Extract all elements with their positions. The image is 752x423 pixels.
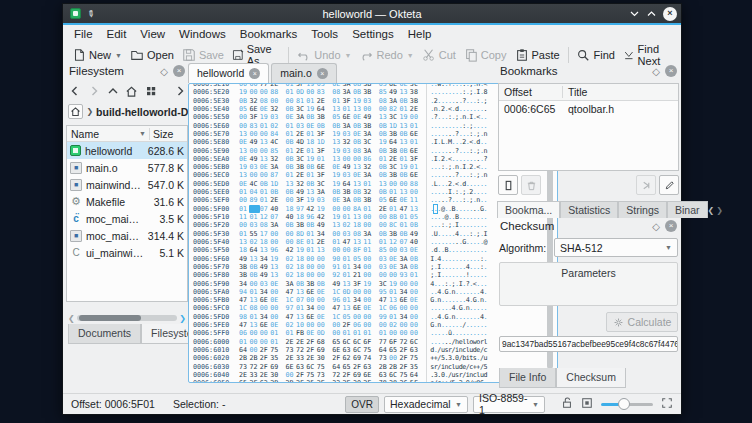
hex-byte[interactable]: 03 <box>343 171 353 179</box>
hex-byte[interactable]: 01 <box>270 329 280 337</box>
hex-byte[interactable]: 0B <box>317 280 327 288</box>
hex-byte[interactable]: 00 <box>317 304 327 312</box>
hex-byte[interactable]: 91 <box>332 263 342 271</box>
hex-byte[interactable]: 00 <box>399 321 409 329</box>
hex-byte[interactable]: 00 <box>389 271 399 279</box>
hex-byte[interactable]: 13 <box>399 188 409 196</box>
hex-row[interactable]: 0006:5E9013000085012E013F1903083A0B3B0B6… <box>191 147 544 155</box>
hex-byte[interactable]: 01 <box>296 304 306 312</box>
hex-byte[interactable]: 07 <box>270 213 280 221</box>
hex-byte[interactable]: 38 <box>389 379 399 382</box>
hex-byte[interactable]: 3B <box>239 263 249 271</box>
zoom-slider[interactable] <box>601 398 653 410</box>
hex-byte[interactable]: 00 <box>363 263 373 271</box>
hex-byte[interactable]: 47 <box>343 238 353 246</box>
hex-byte[interactable]: 2F <box>249 379 259 382</box>
hex-byte[interactable]: 12 <box>389 238 399 246</box>
hex-byte[interactable]: 2E <box>270 196 280 204</box>
hex-byte[interactable]: 3B <box>389 147 399 155</box>
forward-button[interactable] <box>85 83 102 100</box>
hex-byte[interactable]: 4D <box>296 138 306 146</box>
hex-byte[interactable]: 8E <box>296 238 306 246</box>
hex-byte[interactable]: 03 <box>260 280 270 288</box>
hex-byte[interactable]: 0B <box>379 147 389 155</box>
hex-byte[interactable]: 3F <box>296 196 306 204</box>
toolbar-overflow-icon[interactable] <box>171 83 188 100</box>
hex-byte[interactable]: 0B <box>286 105 296 113</box>
hex-byte[interactable]: 18 <box>296 255 306 263</box>
hex-byte[interactable]: 0B <box>399 147 409 155</box>
hex-byte[interactable]: 18 <box>296 271 306 279</box>
hex-row[interactable]: 0006:5F10110112074018964219011300008B010… <box>191 213 544 221</box>
maximize-button[interactable] <box>646 8 657 19</box>
hex-byte[interactable]: 01 <box>343 271 353 279</box>
hex-byte[interactable]: 0D <box>343 288 353 296</box>
hex-byte[interactable]: 0B <box>353 138 363 146</box>
hex-byte[interactable]: 94 <box>239 288 249 296</box>
charset-select[interactable]: ISO-8859-1 ▼ <box>473 396 545 413</box>
hex-byte[interactable]: 00 <box>260 304 270 312</box>
hex-byte[interactable]: 0B <box>306 113 316 121</box>
hex-byte[interactable]: 0E <box>363 304 373 312</box>
hex-byte[interactable]: 01 <box>410 163 420 171</box>
hex-byte[interactable]: 02 <box>270 122 280 130</box>
hex-byte[interactable]: 97 <box>286 304 296 312</box>
hex-byte[interactable]: 6E <box>260 296 270 304</box>
hex-byte[interactable]: 13 <box>332 138 342 146</box>
hex-byte[interactable]: 00 <box>306 88 316 96</box>
hex-byte[interactable]: 47 <box>286 288 296 296</box>
hex-byte[interactable]: 13 <box>379 113 389 121</box>
hex-byte[interactable]: 2F <box>399 354 409 362</box>
hex-byte[interactable]: 01 <box>306 230 316 238</box>
hex-byte[interactable]: 69 <box>270 363 280 371</box>
hex-byte[interactable]: 75 <box>410 354 420 362</box>
menu-item-tools[interactable]: Tools <box>304 26 345 42</box>
hex-byte[interactable]: 00 <box>363 313 373 321</box>
hex-byte[interactable]: 6E <box>317 163 327 171</box>
hex-byte[interactable]: 30 <box>353 379 363 382</box>
hex-byte[interactable]: 01 <box>343 263 353 271</box>
hex-byte[interactable]: 00 <box>363 255 373 263</box>
hex-byte[interactable]: 0B <box>332 188 342 196</box>
hex-byte[interactable]: 0E <box>270 321 280 329</box>
hex-byte[interactable]: 3B <box>363 122 373 130</box>
hex-byte[interactable]: 81 <box>296 97 306 105</box>
hex-byte[interactable]: 19 <box>332 130 342 138</box>
hex-byte[interactable]: 00 <box>260 147 270 155</box>
hex-byte[interactable]: 33 <box>296 354 306 362</box>
hex-byte[interactable]: 00 <box>399 304 409 312</box>
hex-byte[interactable]: 00 <box>410 188 420 196</box>
hex-byte[interactable]: 3A <box>363 130 373 138</box>
hex-byte[interactable]: 01 <box>260 122 270 130</box>
undo-dropdown-icon[interactable]: ▼ <box>345 52 352 59</box>
hex-byte[interactable]: 1C <box>332 313 342 321</box>
new-button[interactable]: New▼ <box>68 45 126 65</box>
hex-row[interactable]: 0006:5F200003083A0B3B0B4913021800008C010… <box>191 221 544 229</box>
hex-byte[interactable]: 2F <box>296 379 306 382</box>
hex-byte[interactable]: 13 <box>260 155 270 163</box>
hex-byte[interactable]: 13 <box>332 105 342 113</box>
ascii-char[interactable]: d <box>483 371 487 379</box>
hex-byte[interactable]: 4C <box>249 180 259 188</box>
hex-byte[interactable]: 01 <box>239 205 249 213</box>
hex-byte[interactable]: 3F <box>317 130 327 138</box>
hex-byte[interactable]: 0E <box>332 196 342 204</box>
hex-byte[interactable]: 01 <box>306 238 316 246</box>
hex-byte[interactable]: 05 <box>239 105 249 113</box>
hex-byte[interactable]: 0E <box>239 180 249 188</box>
hex-row[interactable]: 0006:5FD09801340047136E0E1C0500009901340… <box>191 313 544 321</box>
hex-row[interactable]: 0006:5F50186413964219011300008F018500030… <box>191 246 544 254</box>
hex-byte[interactable]: 0B <box>379 171 389 179</box>
hex-byte[interactable]: 13 <box>353 163 363 171</box>
hex-byte[interactable]: 03 <box>270 113 280 121</box>
hex-byte[interactable]: 00 <box>286 196 296 204</box>
close-panel-icon[interactable]: × <box>665 220 677 232</box>
hex-byte[interactable]: 3C <box>296 105 306 113</box>
hex-byte[interactable]: 49 <box>260 263 270 271</box>
hex-byte[interactable]: 11 <box>239 213 249 221</box>
hex-byte[interactable]: 73 <box>317 371 327 379</box>
hex-byte[interactable]: 00 <box>410 329 420 337</box>
hex-byte[interactable]: 01 <box>389 188 399 196</box>
hex-byte[interactable]: 0B <box>399 97 409 105</box>
menu-item-settings[interactable]: Settings <box>345 26 401 42</box>
